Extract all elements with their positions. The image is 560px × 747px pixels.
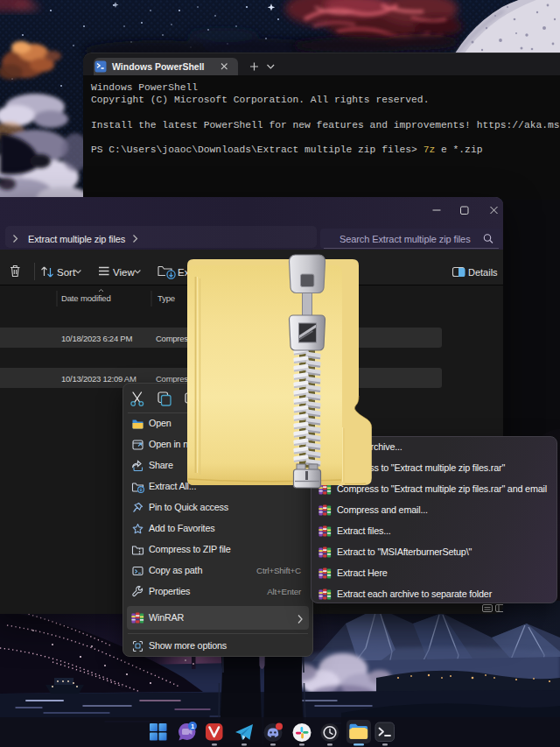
svg-text:10/18/2023 6:24 PM: 10/18/2023 6:24 PM: [61, 334, 132, 343]
svg-text:Windows PowerShell: Windows PowerShell: [112, 61, 205, 72]
svg-text:Extract multiple zip files: Extract multiple zip files: [28, 234, 126, 244]
svg-text:Search Extract multiple zip fi: Search Extract multiple zip files: [340, 234, 471, 244]
svg-text:Sort: Sort: [57, 267, 76, 278]
svg-text:1: 1: [191, 722, 194, 730]
svg-text:Type: Type: [158, 293, 175, 303]
svg-text:Date modified: Date modified: [61, 293, 111, 303]
svg-text:Details: Details: [468, 267, 498, 278]
svg-text:View: View: [113, 267, 135, 278]
svg-text:10/13/2023 12:09 AM: 10/13/2023 12:09 AM: [61, 374, 136, 384]
